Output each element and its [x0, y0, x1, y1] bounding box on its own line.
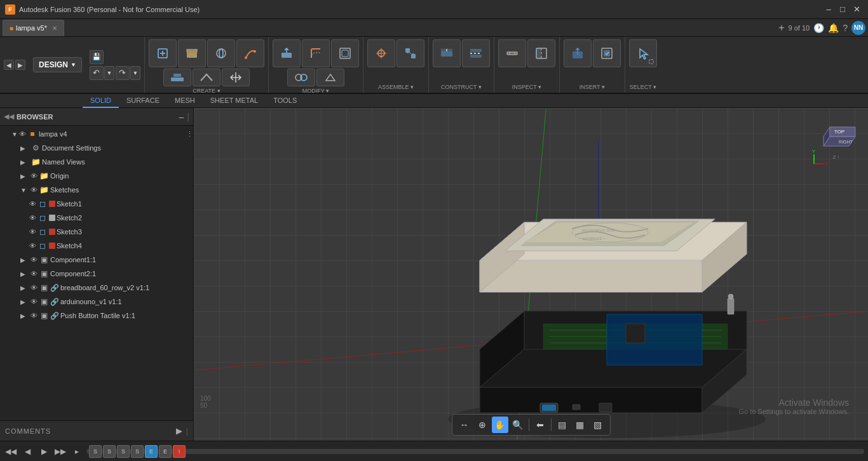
mode-tab-surface[interactable]: SURFACE — [119, 94, 167, 108]
attach-canvas-button[interactable] — [593, 39, 621, 67]
maximize-button[interactable]: □ — [836, 3, 849, 16]
tree-item-doc-settings[interactable]: ▶ ⚙ Document Settings — [0, 141, 193, 155]
tl-prev-button[interactable]: ◀ — [20, 444, 34, 458]
tree-root-eye[interactable]: 👁 — [19, 130, 26, 138]
browser-collapse-button[interactable]: ◀◀ — [4, 112, 14, 121]
shell-button[interactable] — [331, 39, 359, 67]
tree-root-options[interactable]: ⋮ — [186, 130, 193, 138]
display-mode-1[interactable]: ▤ — [554, 417, 571, 433]
back-view-button[interactable]: ⬅ — [532, 417, 548, 433]
mode-tab-tools[interactable]: TOOLS — [266, 94, 304, 108]
nav-back-button[interactable]: ◀ — [4, 60, 14, 70]
tree-sketch2-eye[interactable]: 👁 — [29, 214, 36, 222]
notification-icon[interactable]: 🔔 — [828, 23, 839, 33]
tl-step-7[interactable]: ! — [173, 445, 186, 458]
measure-button[interactable] — [498, 39, 526, 67]
tree-comp2-eye[interactable]: 👁 — [31, 270, 37, 277]
redo-button[interactable]: ↷ — [116, 66, 130, 80]
tree-item-component2[interactable]: ▶ 👁 ▣ Component2:1 — [0, 267, 193, 281]
tree-item-sketch1[interactable]: 👁 ◻ Sketch1 — [0, 197, 193, 211]
tree-ard-eye[interactable]: 👁 — [31, 298, 37, 305]
tl-step-3[interactable]: S — [117, 445, 130, 458]
tree-arrow-sketches[interactable]: ▼ — [20, 187, 29, 194]
display-mode-3[interactable]: ▧ — [590, 417, 606, 433]
minimize-button[interactable]: – — [822, 3, 835, 16]
fillet-button[interactable] — [302, 39, 330, 67]
tree-arrow-doc[interactable]: ▶ — [20, 145, 29, 152]
move-button[interactable] — [222, 69, 250, 86]
nav-forward-button[interactable]: ▶ — [15, 60, 25, 70]
tree-arrow-pb[interactable]: ▶ — [20, 312, 29, 319]
loft-button[interactable] — [163, 69, 191, 86]
active-tab[interactable]: ■ lampa v5* ✕ — [3, 20, 64, 36]
tree-item-sketch4[interactable]: 👁 ◻ Sketch4 — [0, 239, 193, 253]
tl-step-2[interactable]: S — [103, 445, 116, 458]
extrude-button[interactable] — [178, 39, 206, 67]
viewport[interactable]: decorative text ~ scrollwork ~ TOP RIGHT… — [194, 108, 868, 441]
tl-next-button[interactable]: ▶▶ — [53, 444, 67, 458]
tree-arrow-named[interactable]: ▶ — [20, 159, 29, 166]
tree-item-sketch2[interactable]: 👁 ◻ Sketch2 — [0, 211, 193, 225]
rib-button[interactable] — [193, 69, 220, 86]
midplane-button[interactable] — [462, 39, 490, 67]
save-button[interactable]: 💾 — [90, 50, 104, 64]
mode-tab-solid[interactable]: SOLID — [83, 94, 119, 108]
tl-step-5[interactable]: E — [145, 445, 158, 458]
draft-button[interactable] — [316, 69, 344, 86]
tl-step-1[interactable]: S — [89, 445, 102, 458]
mode-tab-mesh[interactable]: MESH — [167, 94, 203, 108]
help-icon[interactable]: ? — [843, 23, 848, 33]
tree-arrow-ard[interactable]: ▶ — [20, 298, 29, 305]
orbit-button[interactable]: ⊕ — [474, 417, 491, 433]
tl-track[interactable]: S S S S E E ! — [86, 449, 864, 454]
tree-bb-eye[interactable]: 👁 — [31, 284, 37, 291]
joint-button[interactable] — [367, 39, 395, 67]
tree-item-pushbutton[interactable]: ▶ 👁 ▣ 🔗 Push Button Tactile v1:1 — [0, 309, 193, 323]
tab-close-button[interactable]: ✕ — [52, 25, 57, 32]
tree-arrow-comp2[interactable]: ▶ — [20, 271, 29, 277]
tl-first-button[interactable]: ◀◀ — [4, 444, 18, 458]
tl-play-button[interactable]: ▶ — [37, 444, 51, 458]
as-built-joint-button[interactable] — [397, 39, 424, 67]
tree-root-collapse[interactable]: ▼ — [11, 131, 18, 138]
sweep-button[interactable] — [236, 39, 264, 67]
press-pull-button[interactable] — [273, 39, 301, 67]
insert-mesh-button[interactable] — [564, 39, 592, 67]
redo-dropdown[interactable]: ▼ — [130, 66, 140, 80]
revolve-button[interactable] — [207, 39, 235, 67]
zoom-button[interactable]: 🔍 — [510, 417, 526, 433]
tree-item-arduino[interactable]: ▶ 👁 ▣ 🔗 arduinouno_v1 v1:1 — [0, 295, 193, 309]
tree-root[interactable]: ▼ 👁 ■ lampa v4 ⋮ — [0, 127, 193, 141]
close-button[interactable]: ✕ — [850, 3, 863, 16]
undo-button[interactable]: ↶ — [90, 66, 104, 80]
tree-sketch3-eye[interactable]: 👁 — [29, 228, 36, 236]
tree-item-breadboard[interactable]: ▶ 👁 ▣ 🔗 breadboard_60_row_v2 v1:1 — [0, 281, 193, 295]
new-component-button[interactable] — [149, 39, 177, 67]
section-analysis-button[interactable] — [527, 39, 555, 67]
comments-toggle-button[interactable]: ▶ — [176, 426, 182, 436]
tl-step-4[interactable]: S — [131, 445, 144, 458]
tree-arrow-bb[interactable]: ▶ — [20, 284, 29, 291]
tree-arrow-origin[interactable]: ▶ — [20, 173, 29, 180]
browser-minimize-button[interactable]: ‒ — [179, 112, 184, 122]
tl-stop-button[interactable]: ▸ — [70, 444, 84, 458]
tree-pb-eye[interactable]: 👁 — [31, 312, 37, 319]
new-tab-button[interactable]: + — [778, 22, 784, 34]
tree-item-sketches[interactable]: ▼ 👁 📁 Sketches — [0, 183, 193, 197]
select-button[interactable] — [629, 39, 657, 67]
combine-button[interactable] — [287, 69, 315, 86]
user-avatar[interactable]: NN — [851, 21, 865, 35]
hand-tool-button[interactable]: ✋ — [492, 417, 508, 433]
tree-origin-eye[interactable]: 👁 — [31, 172, 37, 180]
tree-item-named-views[interactable]: ▶ 📁 Named Views — [0, 155, 193, 169]
view-cube[interactable]: TOP RIGHT Z ↑ X Y — [811, 114, 862, 165]
tree-sketch1-eye[interactable]: 👁 — [29, 200, 36, 208]
display-mode-2[interactable]: ▦ — [572, 417, 588, 433]
tree-item-component1[interactable]: ▶ 👁 ▣ Component1:1 — [0, 253, 193, 267]
pan-button[interactable]: ↔ — [456, 417, 473, 433]
tree-sketches-eye[interactable]: 👁 — [31, 186, 37, 194]
tl-step-6[interactable]: E — [159, 445, 172, 458]
tree-item-sketch3[interactable]: 👁 ◻ Sketch3 — [0, 225, 193, 239]
tree-sketch4-eye[interactable]: 👁 — [29, 242, 36, 250]
tree-item-origin[interactable]: ▶ 👁 📁 Origin — [0, 169, 193, 183]
